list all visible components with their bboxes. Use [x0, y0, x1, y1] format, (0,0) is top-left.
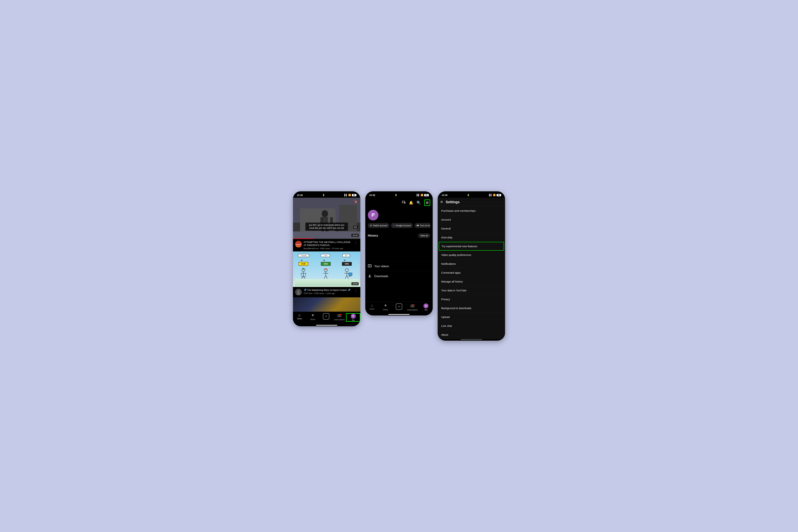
status-indicator-3: 🔋 [467, 194, 470, 196]
shorts-label-2: Shorts [383, 309, 388, 311]
signal-icon-1: ▌▌ [344, 194, 347, 196]
airport-svg: Córdoba Cork Ork COR [295, 252, 359, 286]
nav-you-2[interactable]: P You [419, 303, 433, 311]
switch-account-btn[interactable]: ⇄ Switch account [368, 223, 390, 228]
settings-notifications[interactable]: Notifications [438, 260, 505, 268]
video-info-1: ATTEMPTING THE MEATBALL CHALLENGE AT SWE… [304, 241, 352, 249]
settings-your-data[interactable]: Your data in YouTube [438, 286, 505, 295]
cast-icon[interactable] [402, 201, 406, 205]
view-all-btn[interactable]: View all [418, 233, 430, 238]
airport-illustration: Córdoba Cork Ork COR [293, 251, 360, 287]
battery-icon-2: 84 [424, 194, 429, 196]
downloads-item[interactable]: Downloads [365, 271, 433, 281]
video-list-item-1[interactable]: BEARD MEATS ATTEMPTING THE MEATBALL CHAL… [293, 239, 360, 251]
shorts-label-1: Shorts [310, 319, 316, 320]
phone-settings: 10:38 🔋 ▌▌ 📶 84 ✕ Settings Purchases and… [438, 191, 505, 341]
you-label-1: You [352, 319, 355, 321]
profile-actions: ⇄ Switch account G Google Account 🕶 Turn… [368, 223, 430, 228]
your-videos-icon [368, 264, 372, 269]
google-label: Google Account [396, 224, 411, 227]
settings-icon[interactable]: ⚙ [424, 200, 430, 206]
settings-manage-history[interactable]: Manage all history [438, 277, 505, 286]
nav-shorts-2[interactable]: Shorts [379, 303, 392, 311]
settings-title: Settings [445, 200, 460, 204]
settings-privacy[interactable]: Privacy [438, 295, 505, 304]
svg-text:MEATS: MEATS [296, 246, 301, 247]
svg-point-50 [297, 290, 300, 292]
time-1: 10:38 [297, 194, 303, 196]
settings-live-chat[interactable]: Live chat [438, 322, 505, 330]
profile-header-icons: 🔔 🔍 ⚙ [365, 198, 433, 207]
status-icons-3: ▌▌ 📶 84 [489, 194, 501, 196]
video-more-btn-1[interactable]: ⋮ [354, 241, 358, 244]
channel-avatar-bmf: BEARD MEATS [295, 241, 302, 248]
history-header: History View all [368, 233, 430, 238]
svg-text:✈: ✈ [301, 259, 303, 262]
home-bar-1 [316, 325, 337, 326]
settings-list: Purchases and memberships Account Genera… [438, 206, 505, 339]
battery-icon-1: 84 [352, 194, 357, 196]
bell-icon[interactable]: 🔔 [409, 201, 413, 205]
settings-background-downloads[interactable]: Background & downloads [438, 304, 505, 312]
svg-point-62 [413, 304, 414, 306]
partial-video [293, 298, 360, 311]
svg-point-56 [404, 203, 405, 204]
video-more-btn-2[interactable]: ⋮ [354, 289, 358, 292]
svg-rect-46 [349, 273, 352, 276]
nav-you-1[interactable]: P You [346, 313, 360, 322]
nav-subscriptions-1[interactable]: Subscriptions [333, 313, 346, 322]
svg-text:✈: ✈ [344, 259, 346, 262]
svg-rect-15 [295, 279, 359, 286]
google-account-btn[interactable]: G Google Account [391, 223, 413, 228]
subscriptions-icon-1 [337, 313, 342, 318]
home-bar-3 [461, 339, 482, 340]
svg-point-51 [297, 292, 300, 295]
settings-upload[interactable]: Upload [438, 312, 505, 322]
signal-icon-2: ▌▌ [417, 194, 420, 196]
add-button-1[interactable]: + [323, 313, 329, 320]
settings-purchases[interactable]: Purchases and memberships [438, 206, 505, 215]
history-title: History [368, 234, 378, 238]
progress-fill [293, 239, 313, 239]
nav-home-2[interactable]: ⌂ Home [365, 303, 379, 311]
settings-video-quality[interactable]: Video quality preferences [438, 251, 505, 260]
nav-shorts-1[interactable]: Shorts [306, 313, 320, 322]
settings-autoplay[interactable]: Auto-play [438, 233, 505, 242]
svg-rect-10 [293, 231, 360, 239]
playing-video-thumbnail[interactable]: 🔇 CC you film I go to restaurants where … [293, 198, 360, 239]
settings-about[interactable]: About [438, 330, 505, 339]
mute-icon[interactable]: 🔇 [354, 200, 358, 204]
home-label-1: Home [297, 318, 302, 320]
subscriptions-label-1: Subscriptions [334, 319, 345, 321]
home-icon-2: ⌂ [371, 303, 373, 307]
video-meta-2: CGP Grey · 5.5M views · 1 year ago [304, 292, 352, 294]
profile-section: P ⇄ Switch account G Google Account 🕶 Tu… [365, 207, 433, 231]
video-time-1: 12:15 [352, 234, 359, 237]
video-progress-bar[interactable] [293, 239, 360, 239]
nav-subscriptions-2[interactable]: Subscriptions [406, 303, 419, 311]
status-icons-2: ▌▌ 📶 84 [417, 194, 429, 196]
svg-marker-58 [369, 265, 370, 266]
settings-general[interactable]: General [438, 224, 505, 233]
search-icon[interactable]: 🔍 [417, 201, 421, 205]
incognito-btn[interactable]: 🕶 Turn on Inc... [414, 223, 430, 228]
settings-content: ✕ Settings Purchases and memberships Acc… [438, 198, 505, 339]
settings-account[interactable]: Account [438, 215, 505, 224]
status-icons-1: ▌▌ 📶 84 [344, 194, 357, 196]
partial-video-img [293, 298, 360, 311]
airport-thumbnail[interactable]: Córdoba Cork Ork COR [293, 251, 360, 287]
your-videos-item[interactable]: Your videos [365, 261, 433, 271]
close-settings-btn[interactable]: ✕ [440, 200, 443, 204]
battery-icon-3: 84 [496, 194, 501, 196]
subscriptions-label-2: Subscriptions [407, 309, 418, 311]
time-2: 10:38 [369, 194, 375, 196]
settings-experimental[interactable]: Try experimental new features [439, 242, 504, 251]
nav-home-1[interactable]: ⌂ Home [293, 313, 306, 322]
nav-add-1[interactable]: + [320, 313, 333, 322]
settings-connected-apps[interactable]: Connected apps [438, 268, 505, 277]
home-bar-2 [388, 314, 410, 315]
nav-add-2[interactable]: + [392, 303, 406, 311]
video-list-item-2[interactable]: ✈️ The Maddening Mess of Airport Codes! … [293, 287, 360, 298]
add-button-2[interactable]: + [396, 303, 402, 310]
svg-rect-47 [349, 276, 350, 277]
